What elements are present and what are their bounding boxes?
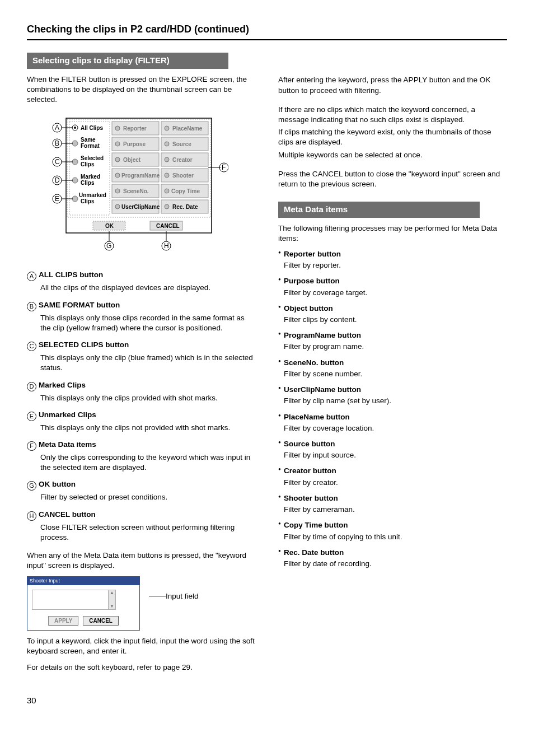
item-g-body: Filter by selected or preset conditions. [40, 492, 256, 502]
svg-text:B: B [55, 139, 59, 147]
meta-item-head: PlaceName button [278, 412, 507, 422]
meta-item-body: Filter by input source. [284, 450, 507, 460]
keyword-cancel-button[interactable]: CANCEL [83, 616, 119, 626]
svg-point-6 [72, 159, 78, 165]
svg-point-9 [72, 178, 78, 183]
svg-point-37 [165, 142, 169, 146]
svg-text:Shooter: Shooter [172, 172, 194, 179]
item-b-body: This displays only those clips recorded … [40, 313, 256, 333]
radio-all-clips-label: All Clips [81, 125, 103, 131]
meta-item-head: Object button [278, 304, 507, 314]
filter-intro: When the FILTER button is pressed on the… [27, 74, 256, 105]
keyword-input-field[interactable]: ▲ ▼ [32, 590, 116, 610]
keyword-after-2: For details on the soft keyboard, refer … [27, 662, 256, 673]
meta-item-head: Shooter button [278, 493, 507, 503]
svg-text:D: D [55, 176, 60, 184]
svg-text:Object: Object [123, 157, 141, 163]
item-h-head: HCANCEL button [27, 510, 256, 521]
svg-text:UserClipName: UserClipName [121, 204, 160, 210]
svg-text:Marked: Marked [81, 174, 100, 180]
meta-item-body: Filter by time of copying to this unit. [284, 532, 507, 542]
svg-text:H: H [164, 242, 169, 250]
item-g-head: GOK button [27, 479, 256, 491]
right-after2a: If there are no clips which match the ke… [278, 105, 507, 125]
item-f-body: Only the clips corresponding to the keyw… [40, 452, 256, 473]
item-a-head: AALL CLIPS button [27, 270, 256, 281]
svg-text:Clips: Clips [81, 180, 95, 186]
keyword-apply-button[interactable]: APPLY [48, 616, 78, 626]
meta-item-head: UserClipName button [278, 385, 507, 395]
svg-text:Selected: Selected [81, 155, 104, 161]
svg-text:ProgramName: ProgramName [121, 172, 160, 179]
meta-item-head: Purpose button [278, 276, 507, 286]
meta-item-body: Filter clips by content. [284, 315, 507, 325]
svg-text:F: F [222, 164, 226, 171]
svg-text:A: A [55, 124, 59, 132]
meta-item-body: Filter by creator. [284, 478, 507, 488]
right-after1: After entering the keyword, press the AP… [278, 75, 507, 95]
meta-item-body: Filter by program name. [284, 342, 507, 352]
right-column: After entering the keyword, press the AP… [278, 53, 507, 678]
svg-point-19 [115, 142, 120, 146]
meta-item-head: Copy Time button [278, 520, 507, 530]
right-after3: Press the CANCEL button to close the "ke… [278, 169, 507, 189]
item-f-head: FMeta Data items [27, 440, 256, 451]
meta-item-body: Filter by cameraman. [284, 505, 507, 515]
ok-button-label: OK [105, 223, 114, 229]
meta-item-body: Filter by coverage target. [284, 288, 507, 298]
svg-point-28 [115, 189, 120, 193]
item-e-body: This displays only the clips not provide… [40, 423, 256, 433]
input-field-callout: Input field [166, 591, 199, 601]
meta-item-body: Filter by date of recording. [284, 559, 507, 569]
svg-text:C: C [55, 158, 60, 166]
svg-point-49 [165, 204, 169, 209]
meta-item-body: Filter by scene number. [284, 369, 507, 379]
svg-text:SceneNo.: SceneNo. [123, 188, 149, 194]
keyword-dialog-illustration: Shooter Input ▲ ▼ APPLY CANCEL [27, 576, 256, 636]
item-h-body: Close FILTER selection screen without pe… [40, 522, 256, 543]
meta-item-body: Filter by clip name (set by user). [284, 396, 507, 406]
radio-same-format-label-2: Format [81, 143, 100, 149]
svg-text:Clips: Clips [81, 161, 95, 167]
svg-text:Clips: Clips [81, 198, 95, 204]
svg-text:Reporter: Reporter [123, 125, 147, 132]
title-rule [27, 39, 507, 40]
svg-point-4 [74, 127, 76, 129]
svg-text:Copy Time: Copy Time [171, 188, 200, 194]
keyword-after-1: To input a keyword, click the input fiel… [27, 636, 256, 656]
meta-item-head: Reporter button [278, 249, 507, 259]
svg-text:Source: Source [172, 141, 191, 147]
svg-text:Rec. Date: Rec. Date [172, 204, 198, 210]
svg-text:Creator: Creator [172, 157, 193, 163]
meta-section-heading: Meta Data items [278, 202, 480, 217]
meta-item-head: Rec. Date button [278, 548, 507, 558]
meta-item-head: SceneNo. button [278, 358, 507, 368]
svg-point-31 [115, 204, 120, 209]
cancel-button-label: CANCEL [156, 223, 180, 229]
filter-section-heading: Selecting clips to display (FILTER) [27, 53, 228, 68]
svg-point-46 [165, 189, 169, 193]
item-c-body: This displays only the clip (blue framed… [40, 353, 256, 373]
meta-item-body: Filter by reporter. [284, 260, 507, 270]
meta-item-head: ProgramName button [278, 330, 507, 340]
item-e-head: EUnmarked Clips [27, 410, 256, 421]
svg-point-25 [115, 173, 120, 178]
filter-dialog-illustration: All Clips Same Format Selected Clips Mar… [27, 113, 228, 258]
svg-text:PlaceName: PlaceName [172, 125, 203, 132]
svg-text:E: E [55, 195, 59, 203]
radio-same-format-label-1: Same [81, 137, 96, 143]
page-number: 30 [27, 695, 507, 706]
meta-item-head: Creator button [278, 466, 507, 476]
left-column: Selecting clips to display (FILTER) When… [27, 53, 256, 678]
right-after2b: If clips matching the keyword exist, onl… [278, 127, 507, 147]
svg-point-40 [165, 157, 169, 162]
meta-intro: The following filtering processes may be… [278, 223, 507, 244]
svg-point-5 [72, 141, 78, 146]
keyword-dialog-title: Shooter Input [27, 577, 139, 585]
svg-text:Unmarked: Unmarked [79, 192, 106, 198]
svg-point-12 [72, 196, 78, 202]
svg-point-22 [115, 157, 120, 162]
item-d-head: DMarked Clips [27, 380, 256, 391]
meta-items-list: Reporter button Filter by reporter. Purp… [278, 249, 507, 569]
page-title: Checking the clips in P2 card/HDD (conti… [27, 22, 507, 36]
